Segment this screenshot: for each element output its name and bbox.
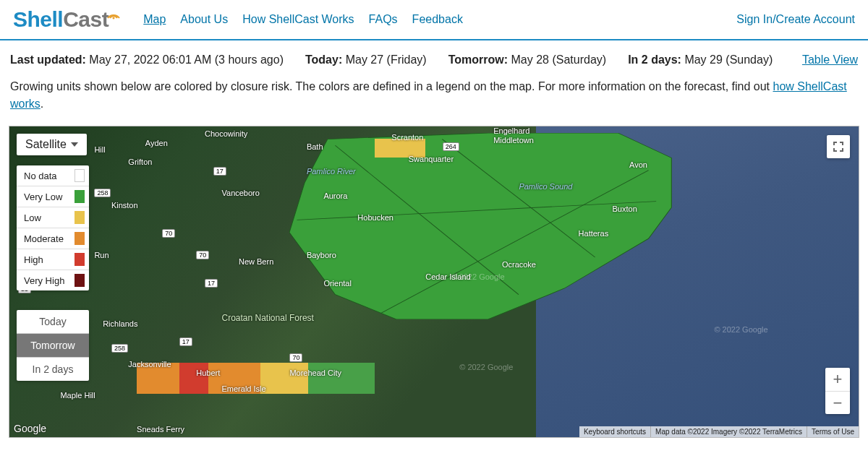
legend-swatch	[75, 211, 85, 224]
place-label: Avon	[629, 160, 647, 169]
keyboard-shortcuts-link[interactable]: Keyboard shortcuts	[579, 426, 650, 437]
legend-swatch	[75, 232, 85, 245]
place-label: Hatteras	[579, 229, 609, 238]
google-logo: Google	[14, 423, 46, 434]
place-label: Oriental	[323, 279, 352, 288]
road-shield: 70	[289, 353, 302, 362]
date-in2days: May 29 (Sunday)	[684, 53, 773, 66]
place-label: Maple Hill	[60, 391, 95, 400]
legend-label: Very Low	[24, 191, 62, 202]
terms-link[interactable]: Terms of Use	[807, 426, 859, 437]
overlay-sound	[289, 133, 671, 319]
legend-swatch	[75, 274, 85, 287]
place-label: Bayboro	[307, 251, 336, 259]
watermark: © 2022 Google	[459, 363, 513, 371]
place-label: Morehead City	[289, 369, 341, 377]
legend-label: High	[24, 254, 43, 265]
road-shield: 70	[162, 229, 175, 238]
legend-swatch	[75, 253, 85, 266]
place-label: Emerald Isle	[222, 384, 266, 393]
map-data-label: Map data ©2022 Imagery ©2022 TerraMetric…	[650, 426, 807, 437]
place-label: Chocowinity	[205, 129, 247, 138]
last-updated: May 27, 2022 06:01 AM (3 hours ago)	[89, 53, 284, 66]
road-shield: 258	[111, 344, 128, 353]
main-nav: Map About Us How ShellCast Works FAQs Fe…	[143, 13, 463, 26]
nav-map[interactable]: Map	[143, 13, 166, 26]
legend-swatch	[75, 169, 85, 182]
place-label: Sneads Ferry	[137, 425, 184, 434]
place-label: Grifton	[128, 158, 152, 166]
day-today[interactable]: Today	[17, 310, 89, 333]
legend-label: Low	[24, 212, 41, 223]
table-view-link[interactable]: Table View	[802, 53, 858, 66]
road-shield: 258	[94, 189, 111, 197]
day-tomorrow[interactable]: Tomorrow	[17, 333, 89, 357]
road-shield: 70	[196, 251, 209, 259]
nav-feedback[interactable]: Feedback	[412, 13, 463, 26]
description: Growing units shown below are colored by…	[0, 74, 868, 121]
nav-how[interactable]: How ShellCast Works	[242, 13, 354, 26]
place-label: Hill	[94, 145, 105, 154]
nav-about[interactable]: About Us	[180, 13, 228, 26]
forest-label: Croatan National Forest	[222, 313, 314, 323]
info-bar: Last updated: May 27, 2022 06:01 AM (3 h…	[0, 40, 868, 74]
svg-marker-1	[289, 133, 671, 319]
place-label: New Bern	[239, 257, 273, 266]
nav-faq[interactable]: FAQs	[369, 13, 398, 26]
road-shield: 17	[213, 167, 226, 176]
map-type-dropdown[interactable]: Satellite	[17, 134, 87, 155]
date-tomorrow: May 28 (Saturday)	[511, 53, 607, 66]
fullscreen-button[interactable]	[827, 135, 850, 158]
date-today: May 27 (Friday)	[346, 53, 427, 66]
map-attribution: Keyboard shortcuts Map data ©2022 Imager…	[579, 426, 859, 437]
place-label: Middletown	[493, 136, 534, 145]
legend-label: Moderate	[24, 233, 64, 244]
legend-swatch	[75, 190, 85, 203]
place-label: Hobucken	[357, 213, 393, 222]
map[interactable]: Chocowinity Bath Scranton Engelhard Midd…	[9, 126, 859, 438]
day-selector: Today Tomorrow In 2 days	[17, 310, 89, 381]
place-label: Richlands	[103, 319, 137, 328]
water-label: Pamlico Sound	[519, 182, 572, 191]
place-label: Scranton	[391, 133, 423, 142]
place-label: Vanceboro	[222, 189, 260, 197]
legend: No dataVery LowLowModerateHighVery High	[17, 165, 89, 290]
watermark: © 2022 Google	[451, 272, 504, 281]
watermark: © 2022 Google	[714, 325, 767, 334]
road-shield: 264	[443, 142, 459, 151]
place-label: Ayden	[145, 139, 168, 147]
day-in2days[interactable]: In 2 days	[17, 357, 89, 381]
place-label: Run	[94, 251, 109, 259]
legend-row: Moderate	[17, 228, 89, 249]
svg-point-0	[113, 17, 115, 20]
signin-link[interactable]: Sign In/Create Account	[736, 13, 855, 26]
place-label: Engelhard	[493, 126, 529, 135]
legend-label: No data	[24, 171, 57, 181]
legend-row: No data	[17, 165, 89, 186]
legend-label: Very High	[24, 275, 64, 286]
wifi-icon	[106, 0, 121, 25]
road-shield: 17	[205, 279, 218, 288]
logo: ShellCast	[13, 7, 123, 32]
road-shield: 17	[179, 337, 192, 346]
legend-row: Very Low	[17, 186, 89, 207]
place-label: Jacksonville	[128, 360, 171, 369]
zoom-control: + −	[825, 368, 850, 414]
place-label: Kinston	[111, 201, 138, 210]
water-label: Pamlico River	[307, 167, 356, 176]
place-label: Aurora	[323, 191, 347, 200]
place-label: Swanquarter	[409, 155, 454, 163]
zoom-in-button[interactable]: +	[825, 368, 850, 391]
legend-row: Low	[17, 207, 89, 228]
legend-row: High	[17, 249, 89, 270]
place-label: Hubert	[196, 369, 220, 377]
zoom-out-button[interactable]: −	[825, 391, 850, 414]
place-label: Buxton	[613, 204, 637, 213]
place-label: Bath	[307, 142, 323, 151]
chevron-down-icon	[71, 142, 78, 147]
place-label: Ocracoke	[502, 260, 536, 269]
legend-row: Very High	[17, 270, 89, 290]
